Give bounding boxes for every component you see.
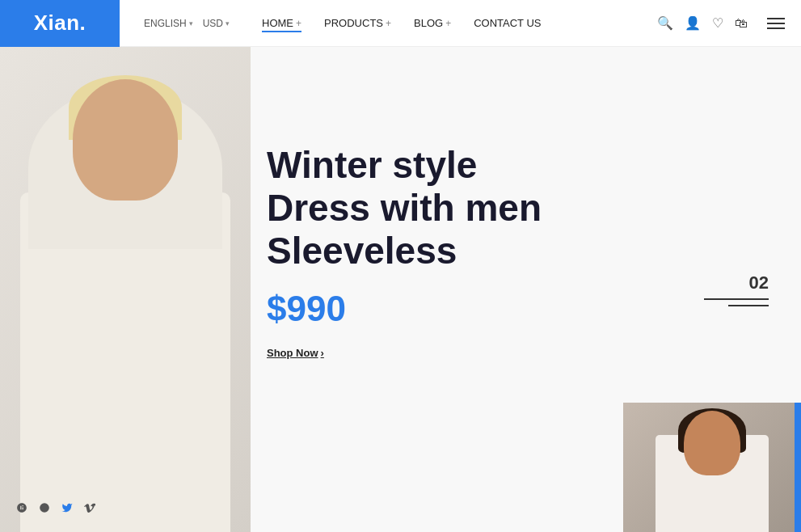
skype-icon[interactable] [16, 502, 27, 516]
currency-chevron: ▾ [226, 19, 230, 27]
slide-indicator: 02 [704, 272, 769, 306]
main-nav: HOME + PRODUCTS + BLOG + CONTACT US [262, 14, 541, 32]
svg-point-0 [40, 503, 49, 513]
twitter-icon[interactable] [61, 502, 73, 516]
hero-section: Winter style Dress with men Sleeveless $… [0, 47, 801, 532]
person-figure [12, 63, 238, 532]
hero-person-image [0, 47, 251, 532]
hero-thumbnail[interactable] [623, 403, 801, 532]
vimeo-icon[interactable] [84, 502, 95, 516]
slide-line-long [704, 298, 769, 300]
hero-title: Winter style Dress with men Sleeveless [267, 144, 590, 272]
wishlist-icon[interactable]: ♡ [712, 15, 723, 31]
logo-block[interactable]: Xian. [0, 0, 120, 47]
nav-home[interactable]: HOME + [262, 14, 301, 32]
currency-selector[interactable]: USD ▾ [203, 18, 230, 29]
pinterest-icon[interactable] [39, 502, 50, 516]
hero-content: Winter style Dress with men Sleeveless $… [267, 144, 590, 360]
blue-accent-border [795, 403, 801, 532]
slide-lines [704, 298, 769, 306]
language-chevron: ▾ [189, 19, 193, 27]
slide-number: 02 [749, 272, 769, 293]
person-head [73, 79, 178, 201]
nav-products[interactable]: PRODUCTS + [324, 14, 391, 32]
hamburger-menu[interactable] [767, 18, 785, 29]
lang-currency: ENGLISH ▾ USD ▾ [144, 18, 230, 29]
nav-blog[interactable]: BLOG + [414, 14, 451, 32]
account-icon[interactable]: 👤 [685, 15, 701, 31]
language-selector[interactable]: ENGLISH ▾ [144, 18, 193, 29]
slide-line-short [728, 305, 769, 306]
cart-icon[interactable]: 🛍 [735, 16, 748, 31]
header: Xian. ENGLISH ▾ USD ▾ HOME + PRODUCTS + … [0, 0, 801, 47]
social-icons [16, 502, 95, 516]
thumb-head [684, 411, 740, 475]
header-icons: 🔍 👤 ♡ 🛍 [657, 15, 785, 31]
logo-text: Xian. [34, 11, 86, 36]
thumb-person [639, 407, 785, 532]
shop-now-link[interactable]: Shop Now › [267, 347, 324, 359]
hamburger-line-1 [767, 18, 785, 19]
nav-contact[interactable]: CONTACT US [474, 14, 541, 32]
hamburger-line-2 [767, 23, 785, 24]
hero-price: $990 [267, 289, 590, 329]
search-icon[interactable]: 🔍 [657, 15, 673, 31]
thumbnail-image [623, 403, 801, 532]
hamburger-line-3 [767, 27, 785, 29]
